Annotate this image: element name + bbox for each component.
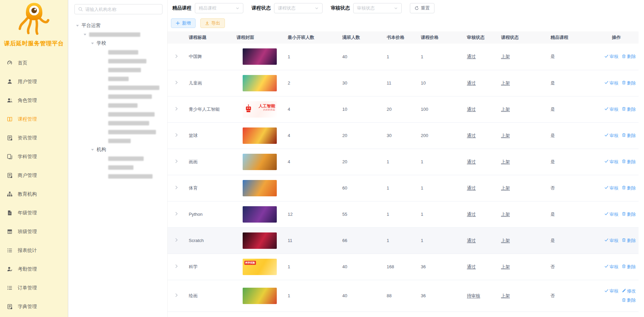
sidebar-item-dict[interactable]: 字典管理	[0, 297, 68, 316]
audit-action-link[interactable]: 审核	[604, 159, 618, 165]
tree-node-school-redacted[interactable]	[68, 83, 167, 92]
edit-action-link[interactable]: 修改	[622, 288, 636, 294]
course-cover-image[interactable]	[243, 206, 277, 223]
course-cover-image[interactable]	[243, 48, 277, 65]
sidebar-item-grid[interactable]: 班级管理	[0, 222, 68, 241]
course-cover-image[interactable]	[243, 232, 277, 249]
row-expand-icon[interactable]	[174, 264, 178, 268]
tree-node-root[interactable]: 平台运营	[68, 21, 167, 30]
tree-node-school-redacted[interactable]	[68, 136, 167, 145]
course-status-link[interactable]: 上架	[501, 133, 510, 138]
course-status-link[interactable]: 上架	[501, 54, 510, 59]
caret-down-icon[interactable]	[91, 148, 94, 151]
tree-node-school-redacted[interactable]	[68, 110, 167, 119]
audit-status-link[interactable]: 通过	[467, 212, 476, 217]
sidebar-item-sitemap[interactable]: 教育机构	[0, 185, 68, 203]
org-search-input[interactable]	[85, 7, 159, 12]
course-status-link[interactable]: 上架	[501, 264, 510, 269]
audit-action-link[interactable]: 审核	[604, 288, 618, 294]
audit-status-link[interactable]: 通过	[467, 80, 476, 86]
audit-status-link[interactable]: 待审核	[467, 293, 480, 298]
course-cover-image[interactable]	[243, 180, 277, 196]
delete-action-link[interactable]: 删除	[622, 106, 636, 112]
sidebar-item-attendance[interactable]: 考勤管理	[0, 260, 68, 278]
export-button[interactable]: 导出	[200, 18, 225, 28]
row-expand-icon[interactable]	[174, 293, 178, 297]
course-cover-image[interactable]	[243, 154, 277, 170]
tree-node-district-redacted[interactable]	[68, 30, 167, 39]
course-status-link[interactable]: 上架	[501, 159, 510, 164]
tree-node-school-group[interactable]: 学校	[68, 39, 167, 48]
sidebar-item-book[interactable]: 课程管理	[0, 110, 68, 129]
audit-action-link[interactable]: 审核	[604, 211, 618, 217]
audit-action-link[interactable]: 审核	[604, 54, 618, 60]
sidebar-item-file[interactable]: 年级管理	[0, 203, 68, 222]
delete-action-link[interactable]: 删除	[622, 185, 636, 191]
delete-action-link[interactable]: 删除	[622, 297, 636, 303]
caret-down-icon[interactable]	[91, 42, 94, 45]
audit-status-link[interactable]: 通过	[467, 159, 476, 164]
course-cover-image[interactable]	[243, 288, 277, 304]
course-status-link[interactable]: 上架	[501, 238, 510, 243]
delete-action-link[interactable]: 删除	[622, 54, 636, 60]
audit-action-link[interactable]: 审核	[604, 238, 618, 244]
course-status-link[interactable]: 上架	[501, 185, 510, 191]
tree-node-school-redacted[interactable]	[68, 92, 167, 101]
course-cover-image[interactable]	[243, 127, 277, 144]
sidebar-item-order[interactable]: 订单管理	[0, 278, 68, 297]
sidebar-item-user[interactable]: 用户管理	[0, 72, 68, 91]
row-expand-icon[interactable]	[174, 54, 178, 58]
delete-action-link[interactable]: 删除	[622, 133, 636, 139]
audit-status-link[interactable]: 通过	[467, 238, 476, 243]
sidebar-item-users[interactable]: 角色管理	[0, 91, 68, 110]
tree-node-org-redacted[interactable]	[68, 154, 167, 163]
tree-node-org-redacted[interactable]	[68, 172, 167, 181]
row-expand-icon[interactable]	[174, 80, 178, 85]
caret-down-icon[interactable]	[83, 33, 87, 36]
delete-action-link[interactable]: 删除	[622, 238, 636, 244]
course-status-select[interactable]: 课程状态	[274, 3, 323, 13]
audit-status-select[interactable]: 审核状态	[353, 3, 402, 13]
tree-node-school-redacted[interactable]	[68, 119, 167, 127]
course-status-link[interactable]: 上架	[501, 293, 510, 298]
audit-status-link[interactable]: 通过	[467, 133, 476, 138]
row-expand-icon[interactable]	[174, 238, 178, 242]
audit-action-link[interactable]: 审核	[604, 185, 618, 191]
tree-node-org-redacted[interactable]	[68, 163, 167, 172]
course-status-link[interactable]: 上架	[501, 80, 510, 86]
delete-action-link[interactable]: 删除	[622, 80, 636, 86]
audit-status-link[interactable]: 通过	[467, 107, 476, 112]
delete-action-link[interactable]: 删除	[622, 264, 636, 270]
course-status-link[interactable]: 上架	[501, 107, 510, 112]
course-cover-image[interactable]	[243, 75, 277, 91]
audit-status-link[interactable]: 通过	[467, 264, 476, 269]
audit-action-link[interactable]: 审核	[604, 80, 618, 86]
row-expand-icon[interactable]	[174, 212, 178, 216]
delete-action-link[interactable]: 删除	[622, 159, 636, 165]
course-status-link[interactable]: 上架	[501, 212, 510, 217]
course-cover-image[interactable]: 科学实验	[243, 259, 277, 275]
audit-action-link[interactable]: 审核	[604, 133, 618, 139]
tree-node-school-redacted[interactable]	[68, 74, 167, 83]
audit-action-link[interactable]: 审核	[604, 106, 618, 112]
audit-status-link[interactable]: 通过	[467, 54, 476, 59]
tree-node-school-redacted[interactable]	[68, 127, 167, 136]
tree-node-org-group[interactable]: 机构	[68, 145, 167, 154]
tree-node-school-redacted[interactable]	[68, 48, 167, 57]
featured-select[interactable]: 精品课程	[195, 3, 243, 13]
sidebar-item-report[interactable]: 报表统计	[0, 241, 68, 260]
caret-down-icon[interactable]	[76, 24, 79, 27]
tree-node-school-redacted[interactable]	[68, 65, 167, 74]
course-cover-image[interactable]: 人工智能从娃娃抓起	[243, 101, 277, 118]
tree-node-school-redacted[interactable]	[68, 57, 167, 65]
sidebar-item-dashboard[interactable]: 首页	[0, 54, 68, 72]
audit-status-link[interactable]: 通过	[467, 185, 476, 191]
row-expand-icon[interactable]	[174, 159, 178, 163]
row-expand-icon[interactable]	[174, 133, 178, 137]
sidebar-item-news[interactable]: 资讯管理	[0, 129, 68, 147]
sidebar-item-merchant[interactable]: 商户管理	[0, 166, 68, 185]
add-button[interactable]: 新增	[171, 18, 196, 28]
reset-button[interactable]: 重置	[410, 3, 434, 13]
audit-action-link[interactable]: 审核	[604, 264, 618, 270]
delete-action-link[interactable]: 删除	[622, 211, 636, 217]
